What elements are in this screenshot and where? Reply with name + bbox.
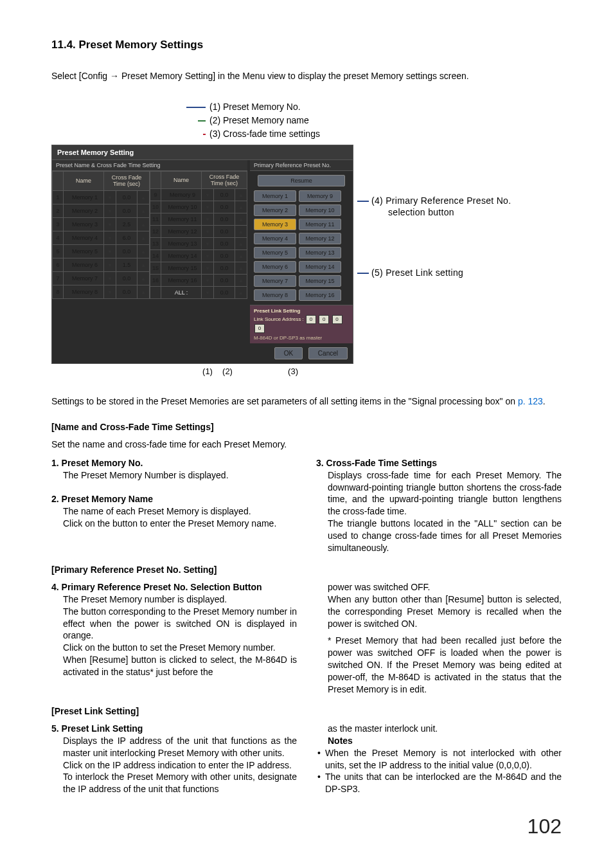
increase-button[interactable] [235,189,247,201]
table-row: 15Memory 150.0 [150,262,247,275]
all-label: ALL : [161,287,202,299]
primary-memory-button[interactable]: Memory 14 [299,261,341,273]
memory-name-button[interactable]: Memory 6 [64,258,104,271]
memory-name-button[interactable]: Memory 15 [161,262,202,275]
decrease-button[interactable] [104,271,116,285]
increase-button[interactable] [235,262,247,275]
increase-button[interactable] [235,238,247,250]
decrease-button[interactable] [202,262,214,275]
memory-number: 6 [53,258,64,271]
item2-body2: Click on the button to enter the Preset … [51,518,297,530]
primary-memory-button[interactable]: Memory 2 [254,204,296,216]
decrease-button[interactable] [104,190,116,204]
decrease-button[interactable] [202,213,214,226]
memory-name-button[interactable]: Memory 2 [64,204,104,217]
increase-button[interactable] [138,190,150,204]
decrease-button[interactable] [104,231,116,244]
cft-value: 0.0 [116,271,138,285]
decrease-button[interactable] [202,189,214,201]
legend-line-2 [198,120,206,122]
decrease-button[interactable] [104,217,116,231]
memory-name-button[interactable]: Memory 13 [161,238,202,250]
settings-panel: Preset Memory Setting Preset Name & Cros… [51,145,353,364]
primary-memory-button[interactable]: Memory 15 [299,275,341,287]
memory-number: 14 [150,250,161,262]
primary-title: Primary Reference Preset No. [250,160,353,171]
memory-name-button[interactable]: Memory 1 [64,190,104,204]
memory-name-button[interactable]: Memory 3 [64,217,104,231]
cft-value: 0.0 [214,262,235,275]
increase-button[interactable] [138,244,150,258]
item4-r2: When any button other than [Resume] butt… [316,593,562,630]
primary-memory-button[interactable]: Memory 1 [254,190,296,202]
increase-button[interactable] [138,258,150,271]
cancel-button[interactable]: Cancel [308,347,348,359]
table-row: 6Memory 61.5 [53,258,150,271]
increase-button[interactable] [235,275,247,287]
increase-button[interactable] [235,226,247,238]
memory-name-button[interactable]: Memory 14 [161,250,202,262]
increase-button[interactable] [138,271,150,285]
increase-button[interactable] [138,285,150,298]
table-row: 1Memory 10.0 [53,190,150,204]
primary-memory-button[interactable]: Memory 12 [299,233,341,244]
primary-memory-button[interactable]: Memory 16 [299,289,341,301]
memory-number: 16 [150,275,161,287]
item3-body2: The triangle buttons located in the "ALL… [316,518,562,554]
primary-memory-button[interactable]: Memory 11 [299,219,341,230]
resume-button[interactable]: Resume [258,175,345,186]
primary-memory-button[interactable]: Memory 8 [254,289,296,301]
decrease-button[interactable] [202,250,214,262]
ip-octet-2[interactable]: 0 [332,315,342,324]
item2-title: 2. Preset Memory Name [51,493,297,505]
decrease-button[interactable] [202,226,214,238]
table-row: 11Memory 110.0 [150,213,247,226]
all-decrease-button[interactable] [202,287,214,299]
increase-button[interactable] [235,201,247,213]
decrease-button[interactable] [104,285,116,298]
increase-button[interactable] [138,204,150,217]
primary-memory-button[interactable]: Memory 6 [254,261,296,273]
primary-memory-button[interactable]: Memory 13 [299,247,341,258]
decrease-button[interactable] [202,201,214,213]
increase-button[interactable] [138,231,150,244]
ip-octet-0[interactable]: 0 [306,315,316,324]
increase-button[interactable] [235,213,247,226]
page-link-123[interactable]: p. 123 [518,396,543,406]
cft-value: 0.0 [214,213,235,226]
primary-memory-button[interactable]: Memory 5 [254,247,296,258]
decrease-button[interactable] [202,238,214,250]
all-value: 0.0 [214,287,235,299]
primary-memory-button[interactable]: Memory 10 [299,204,341,216]
memory-name-button[interactable]: Memory 11 [161,213,202,226]
primary-memory-button[interactable]: Memory 9 [299,190,341,202]
diagram: (1) Preset Memory No. (2) Preset Memory … [51,100,562,376]
ok-button[interactable]: OK [274,347,303,359]
table-row: 3Memory 32.5 [53,217,150,231]
memory-name-button[interactable]: Memory 7 [64,271,104,285]
increase-button[interactable] [235,250,247,262]
memory-name-button[interactable]: Memory 12 [161,226,202,238]
item3-title: 3. Cross-Fade Time Settings [316,457,562,469]
decrease-button[interactable] [104,244,116,258]
primary-memory-button[interactable]: Memory 3 [254,219,296,230]
memory-name-button[interactable]: Memory 5 [64,244,104,258]
ip-octet-1[interactable]: 0 [319,315,329,324]
all-increase-button[interactable] [235,287,247,299]
increase-button[interactable] [138,217,150,231]
memory-number: 11 [150,213,161,226]
memory-name-button[interactable]: Memory 10 [161,201,202,213]
memory-name-button[interactable]: Memory 8 [64,285,104,298]
item4-b2: The button corresponding to the Preset M… [51,606,297,642]
memory-name-button[interactable]: Memory 9 [161,189,202,201]
decrease-button[interactable] [104,258,116,271]
memory-name-button[interactable]: Memory 16 [161,275,202,287]
decrease-button[interactable] [104,204,116,217]
note-1: When the Preset Memory is not interlocke… [316,747,562,772]
primary-memory-button[interactable]: Memory 4 [254,233,296,244]
primary-memory-button[interactable]: Memory 7 [254,275,296,287]
decrease-button[interactable] [202,275,214,287]
section-title: 11.4. Preset Memory Settings [51,39,562,51]
memory-name-button[interactable]: Memory 4 [64,231,104,244]
ip-octet-3[interactable]: 0 [254,324,265,333]
